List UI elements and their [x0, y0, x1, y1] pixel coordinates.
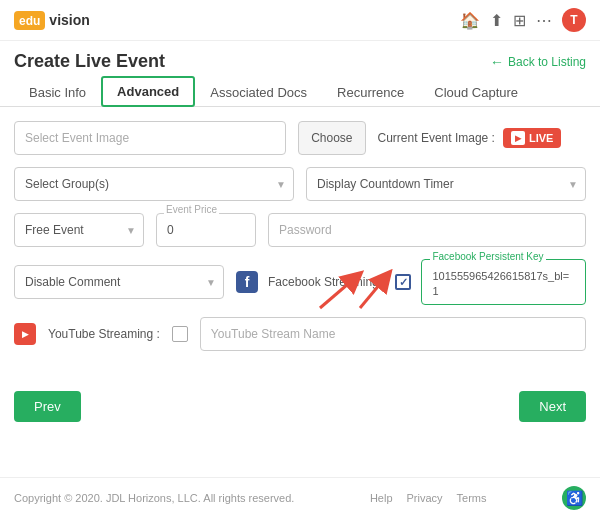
disable-comment-dropdown[interactable]: Disable Comment [14, 265, 224, 299]
event-image-input[interactable] [14, 121, 286, 155]
event-price-input[interactable] [156, 213, 256, 247]
home-icon[interactable]: 🏠 [460, 11, 480, 30]
facebook-streaming-label: Facebook Streaming : [268, 275, 385, 289]
copyright-text: Copyright © 2020. JDL Horizons, LLC. All… [14, 492, 294, 504]
select-group-dropdown[interactable]: Select Group(s) [14, 167, 294, 201]
live-icon [511, 131, 525, 145]
page-header: Create Live Event ← Back to Listing [0, 41, 600, 76]
footer: Copyright © 2020. JDL Horizons, LLC. All… [0, 477, 600, 518]
price-label: Event Price [164, 204, 219, 215]
youtube-stream-name-input[interactable] [200, 317, 586, 351]
price-wrap: Event Price [156, 213, 256, 247]
logo: edu vision [14, 11, 90, 30]
page-title: Create Live Event [14, 51, 165, 72]
terms-link[interactable]: Terms [457, 492, 487, 504]
content-area: Choose Current Event Image : LIVE Select… [0, 107, 600, 377]
facebook-icon: f [236, 271, 258, 293]
help-link[interactable]: Help [370, 492, 393, 504]
select-group-wrap: Select Group(s) ▼ [14, 167, 294, 201]
back-to-listing-link[interactable]: ← Back to Listing [490, 54, 586, 70]
youtube-checkbox[interactable] [172, 326, 188, 342]
tab-advanced[interactable]: Advanced [101, 76, 195, 107]
next-button[interactable]: Next [519, 391, 586, 422]
live-badge: LIVE [503, 128, 561, 148]
logo-text: vision [49, 12, 89, 28]
header: edu vision 🏠 ⬆ ⊞ ⋯ T [0, 0, 600, 41]
dots-icon[interactable]: ⋯ [536, 11, 552, 30]
comment-facebook-row: Disable Comment ▼ f Facebook Streaming :… [14, 259, 586, 305]
tabs-bar: Basic Info Advanced Associated Docs Recu… [0, 76, 600, 107]
password-input[interactable] [268, 213, 586, 247]
countdown-wrap: Display Countdown Timer ▼ [306, 167, 586, 201]
current-image-label: Current Event Image : [378, 131, 495, 145]
youtube-streaming-label: YouTube Streaming : [48, 327, 160, 341]
grid-icon[interactable]: ⊞ [513, 11, 526, 30]
youtube-icon [14, 323, 36, 345]
button-row: Prev Next [0, 383, 600, 430]
logo-edu: edu [19, 14, 40, 28]
disable-comment-wrap: Disable Comment ▼ [14, 265, 224, 299]
accessibility-icon[interactable]: ♿ [562, 486, 586, 510]
event-price-row: Free Event ▼ Event Price [14, 213, 586, 247]
facebook-checkbox[interactable] [395, 274, 411, 290]
header-icons: 🏠 ⬆ ⊞ ⋯ T [460, 8, 586, 32]
youtube-row: YouTube Streaming : [14, 317, 586, 351]
countdown-dropdown[interactable]: Display Countdown Timer [306, 167, 586, 201]
tab-cloud-capture[interactable]: Cloud Capture [419, 78, 533, 106]
prev-button[interactable]: Prev [14, 391, 81, 422]
group-countdown-row: Select Group(s) ▼ Display Countdown Time… [14, 167, 586, 201]
tab-basic-info[interactable]: Basic Info [14, 78, 101, 106]
event-image-row: Choose Current Event Image : LIVE [14, 121, 586, 155]
free-event-dropdown[interactable]: Free Event [14, 213, 144, 247]
footer-links: Help Privacy Terms [370, 492, 487, 504]
facebook-streaming-section: f Facebook Streaming : Facebook Persiste… [236, 259, 586, 305]
privacy-link[interactable]: Privacy [407, 492, 443, 504]
choose-button[interactable]: Choose [298, 121, 365, 155]
facebook-persistent-key-wrap: Facebook Persistent Key 1015559654266158… [421, 259, 586, 305]
free-event-wrap: Free Event ▼ [14, 213, 144, 247]
upload-icon[interactable]: ⬆ [490, 11, 503, 30]
back-arrow-icon: ← [490, 54, 504, 70]
facebook-key-value: 101555965426615817s_bl=1 [432, 270, 569, 297]
avatar[interactable]: T [562, 8, 586, 32]
facebook-persistent-key-label: Facebook Persistent Key [430, 251, 545, 262]
tab-recurrence[interactable]: Recurrence [322, 78, 419, 106]
tab-associated-docs[interactable]: Associated Docs [195, 78, 322, 106]
logo-box: edu [14, 11, 45, 30]
current-event-image-area: Current Event Image : LIVE [378, 128, 586, 148]
